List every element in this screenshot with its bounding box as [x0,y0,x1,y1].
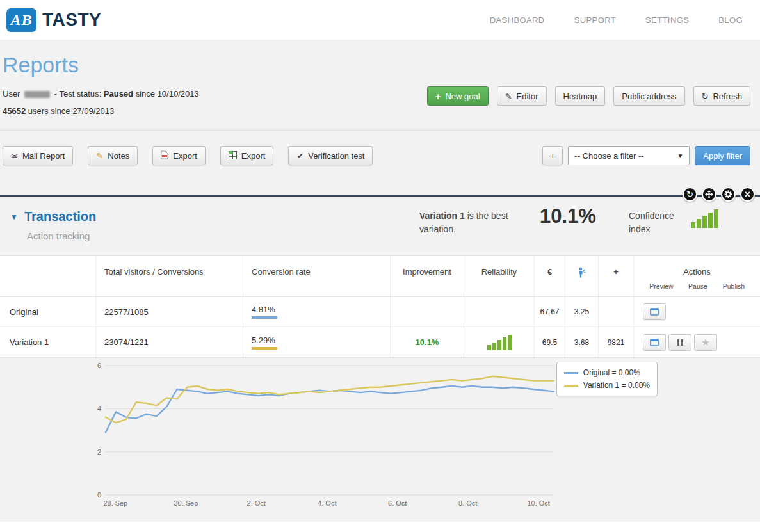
header-conversion-rate: Conversion rate [243,256,391,296]
user-label: User [3,89,20,99]
pause-subheader: Pause [688,282,707,290]
nav-blog[interactable]: BLOG [718,15,743,25]
visitors-value: 23074/1221 [104,337,149,347]
header-reliability: Reliability [464,256,535,296]
top-nav: DASHBOARD SUPPORT SETTINGS BLOG [460,15,743,25]
reliability-bars-icon [487,335,512,350]
nav-dashboard[interactable]: DASHBOARD [490,15,545,25]
logo-badge: AB [6,8,36,32]
refresh-button[interactable]: ↻ Refresh [693,86,750,106]
svg-text:4: 4 [97,405,101,412]
public-address-button[interactable]: Public address [613,86,684,106]
status-value: Paused [104,89,133,99]
widget-header: ▼ Transaction Action tracking Variation … [0,197,760,255]
export-pdf-icon [161,150,168,161]
editor-button[interactable]: ✎ Editor [497,86,547,106]
table-row-variation-1: Variation 1 23074/1221 5.29% 10.1% 69.5 … [0,327,760,357]
extra-metric-cell: 9821 [599,327,634,357]
table-header-row: Total visitors / Conversions Conversion … [0,256,760,297]
revenue-per-user-icon[interactable]: € [565,256,599,296]
new-goal-button[interactable]: + New goal [427,86,489,106]
publish-subheader: Publish [723,282,745,290]
header-actions: + New goal ✎ Editor Heatmap Public addre… [427,85,750,106]
svg-text:2. Oct: 2. Oct [247,499,266,507]
improvement-cell [391,297,464,326]
chevron-down-icon: ▼ [677,152,683,159]
apply-filter-label: Apply filter [703,151,742,161]
heatmap-button[interactable]: Heatmap [555,86,606,106]
svg-text:0: 0 [97,491,101,499]
results-table: Total visitors / Conversions Conversion … [0,255,760,358]
editor-label: Editor [517,92,538,101]
notes-label: Notes [108,151,129,161]
topbar: AB TASTY DASHBOARD SUPPORT SETTINGS BLOG [0,0,760,40]
add-metric-icon[interactable]: + [599,256,634,296]
users-count-suffix: users since 27/09/2013 [28,106,114,116]
refresh-label: Refresh [713,92,742,101]
actions-cell: ★ [634,327,760,357]
legend-line-swatch [564,372,578,374]
row-label: Original [0,297,96,326]
users-count: 45652 [3,106,26,116]
best-variation-name: Variation 1 [419,211,465,221]
star-icon: ★ [701,337,709,348]
notes-button[interactable]: ✎ Notes [88,146,138,165]
notes-pencil-icon: ✎ [96,152,103,160]
svg-text:28. Sep: 28. Sep [103,499,127,507]
verification-test-button[interactable]: ✔ Verification test [288,146,373,165]
legend-item-original[interactable]: Original = 0.00% [564,366,650,379]
rate-series-bar [252,316,277,319]
header-empty [0,256,96,296]
export-excel-label: Export [241,151,266,161]
logo-text: TASTY [42,10,101,30]
collapse-caret-icon: ▼ [10,213,18,222]
chart-legend: Original = 0.00% Variation 1 = 0.00% [556,362,658,396]
new-goal-label: New goal [445,92,480,101]
rate-value: 5.29% [252,335,277,345]
mail-report-button[interactable]: ✉ Mail Report [3,146,73,165]
export-excel-button[interactable]: Export [220,146,274,165]
report-toolbar: ✉ Mail Report ✎ Notes Export [0,131,760,165]
preview-window-icon [650,339,659,346]
header-improvement: Improvement [391,256,464,296]
add-filter-button[interactable]: + [542,146,563,165]
export-pdf-button[interactable]: Export [152,146,206,165]
filter-select-value: -- Choose a filter -- [574,151,643,161]
filter-select[interactable]: -- Choose a filter -- ▼ [568,146,690,165]
conversion-chart: 024628. Sep30. Sep2. Oct4. Oct6. Oct8. O… [0,358,760,522]
rate-cell: 5.29% [243,327,391,357]
revenue-per-user-cell: 3.68 [565,327,599,357]
revenue-euro-icon[interactable]: € [535,256,565,296]
preview-button[interactable] [643,334,666,351]
app-root: AB TASTY DASHBOARD SUPPORT SETTINGS BLOG… [0,0,760,532]
svg-text:8. Oct: 8. Oct [458,499,477,507]
widget-title[interactable]: ▼ Transaction [10,209,96,224]
nav-support[interactable]: SUPPORT [574,15,616,25]
pause-button[interactable] [668,334,691,351]
svg-text:2: 2 [97,448,101,456]
status-label: - Test status: [54,89,101,99]
apply-filter-button[interactable]: Apply filter [695,146,750,165]
rate-cell: 4.81% [243,297,391,326]
check-icon: ✔ [296,152,303,160]
reports-header: Reports User - Test status: Paused since… [0,40,760,131]
header-actions-block: Actions Preview Pause Publish [634,256,760,296]
confidence-bars-icon [691,209,718,228]
nav-settings[interactable]: SETTINGS [645,15,689,25]
toolbar-left: ✉ Mail Report ✎ Notes Export [3,146,373,165]
pencil-icon: ✎ [505,92,512,101]
svg-text:30. Sep: 30. Sep [174,499,198,507]
publish-button[interactable]: ★ [694,334,717,351]
table-row-original: Original 22577/1085 4.81% 67.67 3.25 [0,297,760,327]
legend-item-variation-1[interactable]: Variation 1 = 0.00% [564,379,650,392]
revenue-cell: 69.5 [535,327,565,357]
svg-text:10. Oct: 10. Oct [527,499,549,507]
extra-metric-cell [599,297,634,326]
preview-button[interactable] [643,303,666,320]
public-address-label: Public address [622,92,676,101]
heatmap-label: Heatmap [563,92,597,101]
actions-subheaders: Preview Pause Publish [634,282,760,290]
verification-test-label: Verification test [308,151,364,161]
footer-strip [0,522,760,532]
abtasty-logo[interactable]: AB TASTY [6,8,101,32]
